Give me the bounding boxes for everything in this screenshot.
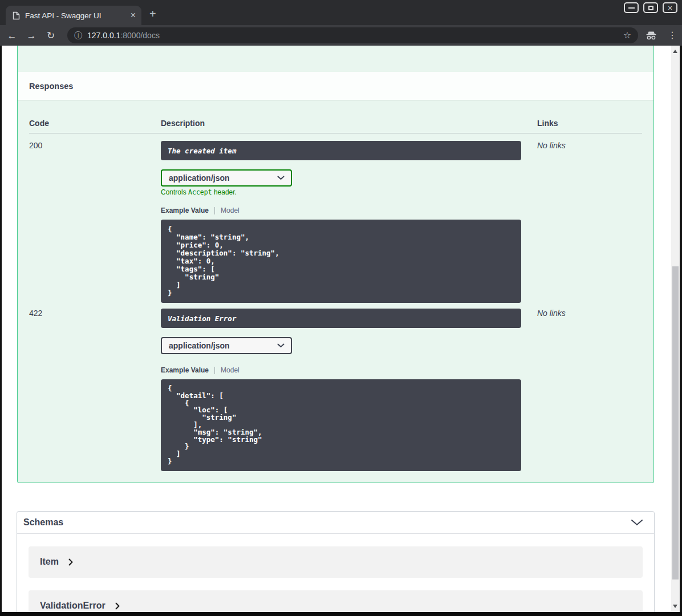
browser-tab[interactable]: Fast API - Swagger UI × <box>6 6 141 25</box>
responses-section-header: Responses <box>18 72 653 100</box>
response-links: No links <box>521 141 642 303</box>
address-bar[interactable]: ⓘ 127.0.0.1:8000/docs ☆ <box>67 27 638 43</box>
media-type-select[interactable]: application/json <box>161 337 292 354</box>
response-description: The created item <box>161 141 521 160</box>
response-row-200: 200 The created item application/json Co… <box>29 141 642 303</box>
tab-title: Fast API - Swagger UI <box>25 11 125 20</box>
maximize-button[interactable] <box>643 2 658 13</box>
accept-header-note: Controls Accept header. <box>161 188 521 196</box>
tab-example-value[interactable]: Example Value <box>161 206 209 214</box>
schemas-section: Schemas Item ValidationError <box>17 511 655 612</box>
responses-heading: Responses <box>29 82 73 91</box>
minimize-icon <box>628 7 635 9</box>
browser-window: Fast API - Swagger UI × + × ← → ↻ ⓘ 127.… <box>0 0 682 616</box>
close-button[interactable]: × <box>663 2 677 13</box>
browser-toolbar: ← → ↻ ⓘ 127.0.0.1:8000/docs ☆ ⋮ <box>0 25 682 46</box>
scrollbar-up-icon[interactable] <box>673 50 677 53</box>
example-json: { "detail": [ { "loc": [ "string" ], "ms… <box>161 379 521 471</box>
schemas-heading: Schemas <box>23 517 63 528</box>
schema-name: ValidationError <box>40 601 105 611</box>
info-icon[interactable]: ⓘ <box>74 31 82 39</box>
media-type-select[interactable]: application/json <box>161 169 292 187</box>
response-row-422: 422 Validation Error application/json Ex… <box>29 309 642 471</box>
chevron-down-icon <box>277 176 285 180</box>
url-path: :8000/docs <box>120 31 160 40</box>
media-type-value: application/json <box>169 173 230 183</box>
window-border-right <box>680 46 682 616</box>
opblock-responses: Responses Code Description Links 200 The… <box>17 46 654 483</box>
window-border-left <box>0 46 2 616</box>
tab-divider <box>214 367 215 374</box>
close-icon: × <box>668 4 672 12</box>
tab-model[interactable]: Model <box>221 206 239 214</box>
window-border-bottom <box>0 612 682 616</box>
forward-icon[interactable]: → <box>26 31 36 40</box>
response-description-cell: Validation Error application/json Exampl… <box>161 309 521 471</box>
column-header-description: Description <box>161 119 521 128</box>
tab-close-icon[interactable]: × <box>131 11 136 20</box>
response-code: 422 <box>29 309 161 471</box>
bookmark-star-icon[interactable]: ☆ <box>623 31 631 40</box>
swagger-page: Responses Code Description Links 200 The… <box>2 46 671 612</box>
response-description-cell: The created item application/json Contro… <box>161 141 521 303</box>
chevron-down-icon[interactable] <box>631 519 643 526</box>
tab-divider <box>214 207 215 214</box>
incognito-icon <box>646 31 657 40</box>
scrollbar-thumb[interactable] <box>672 266 679 579</box>
response-links: No links <box>521 309 642 471</box>
chevron-right-icon <box>115 602 120 610</box>
schemas-header[interactable]: Schemas <box>17 512 654 534</box>
column-header-code: Code <box>29 119 161 128</box>
document-icon <box>13 11 20 20</box>
url-text: 127.0.0.1:8000/docs <box>87 31 160 40</box>
example-model-tabs: Example Value Model <box>161 366 521 374</box>
schema-item[interactable]: ValidationError <box>29 590 643 612</box>
response-code: 200 <box>29 141 161 303</box>
scrollbar-down-icon[interactable] <box>673 605 677 608</box>
column-header-links: Links <box>521 119 642 128</box>
menu-icon[interactable]: ⋮ <box>668 31 677 40</box>
reload-icon[interactable]: ↻ <box>46 31 56 40</box>
opblock-spacer <box>18 46 653 72</box>
url-host: 127.0.0.1 <box>87 31 120 40</box>
chevron-right-icon <box>68 558 73 566</box>
example-json: { "name": "string", "price": 0, "descrip… <box>161 220 521 303</box>
chevron-down-icon <box>277 343 285 348</box>
toolbar-right: ⋮ <box>646 31 677 40</box>
minimize-button[interactable] <box>624 2 639 13</box>
responses-table-header: Code Description Links <box>29 119 642 133</box>
schema-item[interactable]: Item <box>29 546 643 578</box>
tab-model[interactable]: Model <box>221 366 239 374</box>
media-type-value: application/json <box>169 341 230 350</box>
schemas-list: Item ValidationError <box>17 534 654 612</box>
tab-strip: Fast API - Swagger UI × + × <box>0 0 682 25</box>
responses-table: Code Description Links 200 The created i… <box>18 100 653 483</box>
maximize-icon <box>648 6 653 10</box>
example-model-tabs: Example Value Model <box>161 206 521 214</box>
window-controls: × <box>624 2 677 13</box>
back-icon[interactable]: ← <box>7 31 17 40</box>
tab-example-value[interactable]: Example Value <box>161 366 209 374</box>
new-tab-icon[interactable]: + <box>149 8 156 19</box>
response-description: Validation Error <box>161 309 521 328</box>
vertical-scrollbar <box>671 46 680 612</box>
schema-name: Item <box>40 557 59 567</box>
